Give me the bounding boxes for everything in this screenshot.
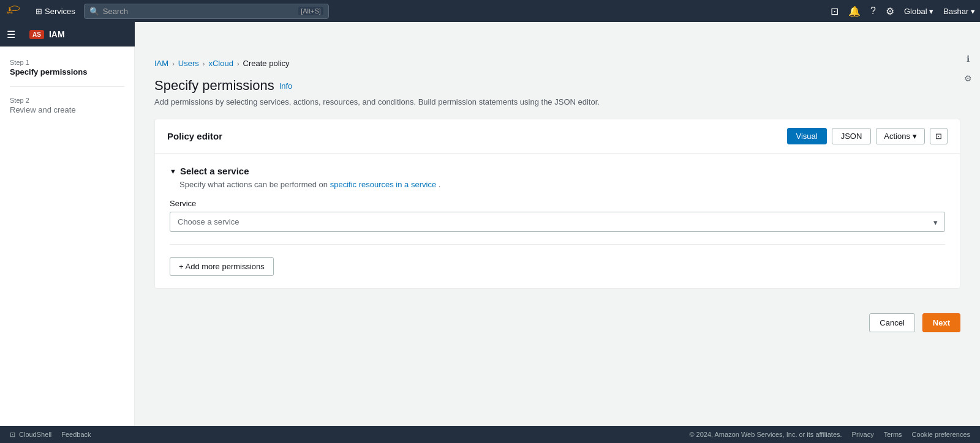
terminal-icon-btn[interactable]: ⊡ (831, 6, 839, 17)
nav-right: ⊡ 🔔 ? ⚙ Global ▾ Bashar ▾ (831, 6, 975, 17)
editor-controls: Visual JSON Actions ▾ ⊡ (787, 128, 948, 144)
top-navigation: aws ⊞ Services 🔍 [Alt+S] ⊡ 🔔 ? ⚙ Global … (0, 0, 980, 22)
description-end: . (439, 180, 441, 189)
actions-arrow-icon: ▾ (913, 132, 917, 141)
search-bar[interactable]: 🔍 [Alt+S] (84, 4, 329, 19)
iam-badge: AS (29, 30, 44, 39)
section-title-row: ▼ Select a service (170, 166, 945, 176)
breadcrumb-current: Create policy (243, 59, 290, 68)
section-title: Select a service (180, 166, 249, 176)
service-name: IAM (49, 29, 65, 39)
breadcrumb-sep-1: › (172, 60, 175, 67)
policy-editor-title: Policy editor (167, 131, 222, 141)
breadcrumb: IAM › Users › xCloud › Create policy (154, 59, 960, 68)
breadcrumb-sep-3: › (237, 60, 239, 67)
breadcrumb-iam[interactable]: IAM (154, 59, 168, 68)
settings-panel-icon[interactable]: ⚙ (960, 71, 975, 86)
breadcrumb-sep-2: › (203, 60, 205, 67)
search-icon: 🔍 (89, 7, 99, 16)
user-label: Bashar ▾ (943, 7, 975, 16)
description-link[interactable]: specific resources in a service (330, 180, 436, 189)
actions-label: Actions (884, 132, 910, 141)
action-bar: Cancel Next (154, 303, 960, 342)
step-1: Step 1 Specify permissions (10, 59, 124, 76)
step-2: Step 2 Review and create (10, 97, 124, 114)
breadcrumb-users[interactable]: Users (178, 59, 199, 68)
section-divider (170, 244, 945, 245)
user-menu[interactable]: Bashar ▾ (943, 7, 975, 16)
page-description: Add permissions by selecting services, a… (154, 97, 960, 106)
step-2-label: Step 2 (10, 97, 124, 104)
region-selector[interactable]: Global ▾ (904, 7, 933, 16)
aws-logo[interactable]: aws (5, 5, 24, 17)
json-tab-button[interactable]: JSON (832, 128, 872, 144)
fullscreen-button[interactable]: ⊡ (930, 128, 948, 144)
page-title-row: Specify permissions Info (154, 78, 960, 94)
steps-sidebar: Step 1 Specify permissions Step 2 Review… (0, 47, 135, 426)
service-select[interactable]: Choose a service (170, 212, 945, 232)
aws-logo-icon: aws (5, 5, 24, 17)
svg-text:aws: aws (7, 10, 13, 14)
fullscreen-icon: ⊡ (935, 132, 942, 141)
select-service-section: ▼ Select a service Specify what actions … (155, 154, 960, 288)
step-1-name: Specify permissions (10, 67, 124, 76)
page-title: Specify permissions (154, 78, 274, 94)
section-description: Specify what actions can be performed on… (170, 180, 945, 189)
service-field: Service Choose a service ▾ (170, 199, 945, 232)
step-2-name: Review and create (10, 105, 124, 114)
help-icon-btn[interactable]: ? (870, 6, 876, 17)
cancel-button[interactable]: Cancel (869, 313, 914, 332)
steps-divider (10, 86, 124, 87)
region-label: Global ▾ (904, 7, 933, 16)
breadcrumb-xcloud[interactable]: xCloud (208, 59, 233, 68)
sidebar-toggle[interactable]: ☰ (0, 22, 22, 47)
search-shortcut: [Alt+S] (298, 7, 323, 15)
actions-button[interactable]: Actions ▾ (876, 128, 925, 144)
info-link[interactable]: Info (279, 81, 293, 91)
add-permissions-button[interactable]: + Add more permissions (170, 257, 274, 276)
grid-icon: ⊞ (36, 7, 42, 16)
policy-editor-header: Policy editor Visual JSON Actions ▾ ⊡ (155, 119, 960, 154)
bell-icon-btn[interactable]: 🔔 (848, 6, 861, 17)
services-label: Services (45, 7, 75, 16)
visual-tab-button[interactable]: Visual (787, 128, 827, 144)
service-select-wrapper: Choose a service ▾ (170, 212, 945, 232)
app-layout: Step 1 Specify permissions Step 2 Review… (0, 47, 980, 426)
main-content: IAM › Users › xCloud › Create policy Spe… (135, 47, 980, 426)
settings-icon-btn[interactable]: ⚙ (886, 6, 894, 17)
right-panel: ℹ ⚙ (956, 47, 980, 91)
step-1-label: Step 1 (10, 59, 124, 66)
services-menu[interactable]: ⊞ Services (32, 6, 79, 17)
info-panel-icon[interactable]: ℹ (960, 51, 975, 66)
search-input[interactable] (103, 7, 295, 16)
service-field-label: Service (170, 199, 945, 208)
next-button[interactable]: Next (922, 313, 960, 332)
description-text: Specify what actions can be performed on (179, 180, 328, 189)
service-header: AS IAM (22, 22, 135, 47)
menu-icon: ☰ (7, 29, 15, 40)
policy-editor-card: Policy editor Visual JSON Actions ▾ ⊡ ▼ (154, 119, 960, 289)
collapse-arrow-icon[interactable]: ▼ (170, 168, 176, 175)
